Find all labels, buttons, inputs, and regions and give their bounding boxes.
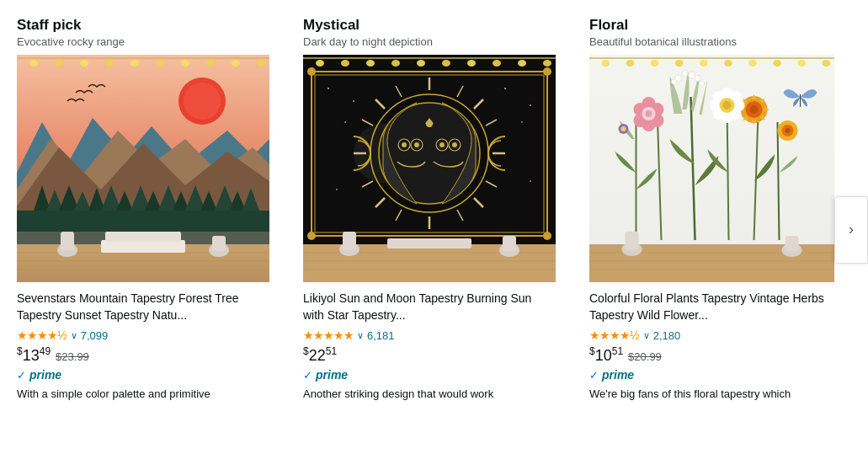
chevron-right-icon: › xyxy=(849,221,854,238)
price-row-floral: $1051 $20.99 xyxy=(589,345,834,365)
card-header-mountain: Staff pick Evocative rocky range xyxy=(17,17,269,48)
svg-point-94 xyxy=(439,142,445,147)
price-original-mountain: $23.99 xyxy=(56,350,89,363)
svg-point-6 xyxy=(156,60,164,67)
svg-point-116 xyxy=(797,60,806,67)
svg-point-66 xyxy=(530,104,531,106)
product-card-mountain: Staff pick Evocative rocky range xyxy=(0,8,286,410)
price-current-mountain: $1349 xyxy=(17,345,51,365)
review-count-floral[interactable]: 2,180 xyxy=(653,329,681,342)
price-current-floral: $1051 xyxy=(589,345,623,365)
review-count-mystical[interactable]: 6,181 xyxy=(367,329,395,342)
category-subtitle-mystical: Dark day to night depiction xyxy=(303,35,556,48)
svg-point-10 xyxy=(257,60,265,67)
svg-point-157 xyxy=(621,126,626,131)
svg-point-65 xyxy=(504,88,506,89)
star-rating-mystical[interactable]: ★★★★★ xyxy=(303,328,354,342)
star-rating-floral[interactable]: ★★★★½ xyxy=(589,328,640,342)
svg-point-5 xyxy=(130,60,139,67)
price-row-mystical: $2251 xyxy=(303,345,556,365)
svg-point-128 xyxy=(695,76,700,82)
carousel-next-button[interactable]: › xyxy=(834,196,868,264)
svg-rect-42 xyxy=(212,236,226,251)
product-image-floral[interactable] xyxy=(589,55,834,282)
product-card-floral: Floral Beautiful botanical illustrations xyxy=(572,8,851,410)
category-label-floral: Floral xyxy=(589,17,834,34)
prime-badge-mountain: ✓ prime xyxy=(17,368,269,382)
svg-point-64 xyxy=(353,100,354,102)
stars-display-floral: ★★★★ xyxy=(589,328,630,342)
svg-point-49 xyxy=(391,60,400,67)
svg-point-129 xyxy=(672,79,677,84)
svg-point-46 xyxy=(316,60,324,67)
svg-point-55 xyxy=(543,60,551,67)
review-chevron-mystical[interactable]: ∨ xyxy=(357,330,364,341)
svg-point-63 xyxy=(327,88,329,89)
category-label: Staff pick xyxy=(17,17,269,34)
half-star: ½ xyxy=(57,328,67,342)
product-image-mystical[interactable] xyxy=(303,55,556,282)
svg-point-52 xyxy=(467,60,476,67)
star-rating-mountain[interactable]: ★★★★½ xyxy=(17,328,67,342)
svg-rect-106 xyxy=(387,238,471,248)
prime-badge-floral: ✓ prime xyxy=(589,368,834,382)
svg-rect-40 xyxy=(61,232,74,250)
review-count-mountain[interactable]: 7,099 xyxy=(81,329,109,342)
svg-point-109 xyxy=(626,60,635,67)
svg-point-68 xyxy=(521,121,523,123)
description-mountain: With a simple color palette and primitiv… xyxy=(17,387,269,402)
prime-badge-mystical: ✓ prime xyxy=(303,368,556,382)
card-header-floral: Floral Beautiful botanical illustrations xyxy=(589,17,834,48)
prime-label-mystical: prime xyxy=(316,368,348,382)
svg-point-154 xyxy=(723,101,732,109)
svg-point-108 xyxy=(602,60,610,67)
price-original-floral: $20.99 xyxy=(628,350,662,363)
svg-point-3 xyxy=(80,60,88,67)
description-floral: We're big fans of this floral tapestry w… xyxy=(589,387,834,402)
half-star-floral: ½ xyxy=(630,328,640,342)
svg-point-70 xyxy=(530,180,531,182)
svg-point-136 xyxy=(785,128,791,133)
product-image-mountain[interactable] xyxy=(17,55,269,282)
svg-point-13 xyxy=(184,83,221,120)
prime-check-icon-floral: ✓ xyxy=(589,369,599,382)
svg-point-69 xyxy=(336,189,338,190)
svg-rect-163 xyxy=(626,232,639,250)
price-row-mountain: $1349 $23.99 xyxy=(17,345,269,365)
svg-point-1 xyxy=(29,60,38,67)
svg-point-67 xyxy=(344,121,346,123)
product-carousel: Staff pick Evocative rocky range xyxy=(0,0,868,419)
svg-point-126 xyxy=(682,71,688,77)
svg-point-9 xyxy=(232,60,240,67)
svg-point-59 xyxy=(307,67,316,76)
price-current-mystical: $2251 xyxy=(303,345,337,365)
prime-check-icon-mystical: ✓ xyxy=(303,369,312,382)
product-card-mystical: Mystical Dark day to night depiction xyxy=(286,8,572,410)
svg-point-51 xyxy=(442,60,450,67)
svg-point-144 xyxy=(646,110,652,117)
svg-point-54 xyxy=(518,60,526,67)
svg-point-97 xyxy=(426,120,433,127)
svg-point-133 xyxy=(750,105,759,114)
stars-row-mountain: ★★★★½ ∨ 7,099 xyxy=(17,328,269,342)
svg-point-127 xyxy=(689,72,695,78)
category-label-mystical: Mystical xyxy=(303,17,556,34)
svg-point-47 xyxy=(341,60,349,67)
prime-label: prime xyxy=(29,368,61,382)
svg-point-48 xyxy=(366,60,375,67)
product-title-mystical[interactable]: Likiyol Sun and Moon Tapestry Burning Su… xyxy=(303,291,556,323)
review-chevron-floral[interactable]: ∨ xyxy=(643,330,650,341)
svg-point-115 xyxy=(773,60,781,67)
product-title-mountain[interactable]: Sevenstars Mountain Tapestry Forest Tree… xyxy=(17,291,269,323)
review-chevron[interactable]: ∨ xyxy=(71,330,77,341)
svg-point-62 xyxy=(543,232,551,240)
svg-rect-44 xyxy=(105,232,181,242)
svg-point-130 xyxy=(700,81,705,86)
category-subtitle-floral: Beautiful botanical illustrations xyxy=(589,35,834,48)
prime-check-icon: ✓ xyxy=(17,369,26,382)
product-title-floral[interactable]: Colorful Floral Plants Tapestry Vintage … xyxy=(589,291,834,323)
svg-point-4 xyxy=(105,60,114,67)
stars-row-floral: ★★★★½ ∨ 2,180 xyxy=(589,328,834,342)
stars-display-mystical: ★★★★★ xyxy=(303,328,354,342)
svg-point-111 xyxy=(675,60,684,67)
